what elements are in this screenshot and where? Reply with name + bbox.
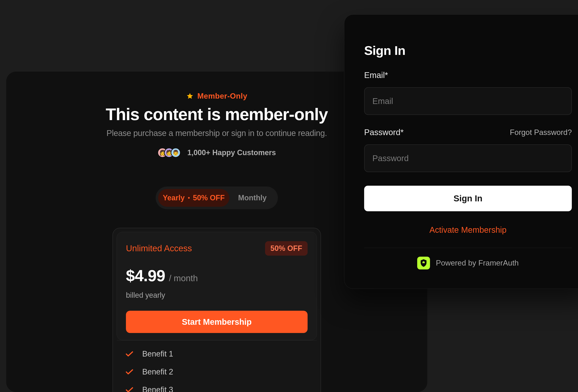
customer-avatars: 👩 🧑 👨 <box>157 148 181 158</box>
star-icon <box>186 92 194 100</box>
powered-by-text: Powered by FramerAuth <box>436 259 519 267</box>
list-item: Benefit 1 <box>126 349 308 358</box>
start-membership-button[interactable]: Start Membership <box>126 311 308 333</box>
signin-panel: Sign In Email* Password* Forgot Password… <box>344 14 578 289</box>
happy-customers-text: 1,000+ Happy Customers <box>187 148 276 157</box>
toggle-monthly[interactable]: Monthly <box>229 189 275 207</box>
check-icon <box>126 351 133 357</box>
list-item: Benefit 2 <box>126 367 308 376</box>
toggle-yearly-discount: 50% OFF <box>193 194 225 202</box>
email-label: Email* <box>364 71 572 80</box>
divider <box>364 248 572 248</box>
benefit-label: Benefit 2 <box>142 367 173 376</box>
forgot-password-link[interactable]: Forgot Password? <box>510 128 572 137</box>
toggle-yearly-label: Yearly <box>163 194 185 202</box>
plan-price: $4.99 <box>126 266 165 285</box>
separator-dot-icon <box>188 197 190 199</box>
plan-name: Unlimited Access <box>126 243 192 253</box>
plan-billed-text: billed yearly <box>126 291 308 300</box>
toggle-monthly-label: Monthly <box>238 194 267 202</box>
check-icon <box>126 387 133 392</box>
signin-title: Sign In <box>364 43 572 58</box>
benefit-label: Benefit 3 <box>142 385 173 392</box>
plan-card-top: Unlimited Access 50% OFF $4.99 / month b… <box>117 232 317 340</box>
signin-button[interactable]: Sign In <box>364 186 572 211</box>
member-only-label: Member-Only <box>197 92 247 100</box>
plan-discount-badge: 50% OFF <box>265 241 308 256</box>
plan-price-per: / month <box>169 273 198 283</box>
plan-card: Unlimited Access 50% OFF $4.99 / month b… <box>112 228 321 392</box>
plan-benefits-list: Benefit 1 Benefit 2 Benefit 3 <box>117 340 317 392</box>
benefit-label: Benefit 1 <box>142 349 173 358</box>
toggle-yearly[interactable]: Yearly 50% OFF <box>158 189 229 207</box>
activate-membership-link[interactable]: Activate Membership <box>364 225 572 235</box>
billing-cycle-toggle: Yearly 50% OFF Monthly <box>156 186 278 209</box>
powered-by-row: Powered by FramerAuth <box>364 257 572 269</box>
start-membership-label: Start Membership <box>182 317 252 327</box>
signin-button-label: Sign In <box>454 194 482 203</box>
framerauth-logo-icon <box>417 257 430 269</box>
list-item: Benefit 3 <box>126 385 308 392</box>
email-field[interactable] <box>364 87 572 115</box>
check-icon <box>126 369 133 375</box>
password-label: Password* <box>364 128 404 137</box>
password-field[interactable] <box>364 144 572 172</box>
avatar: 👨 <box>171 148 181 158</box>
